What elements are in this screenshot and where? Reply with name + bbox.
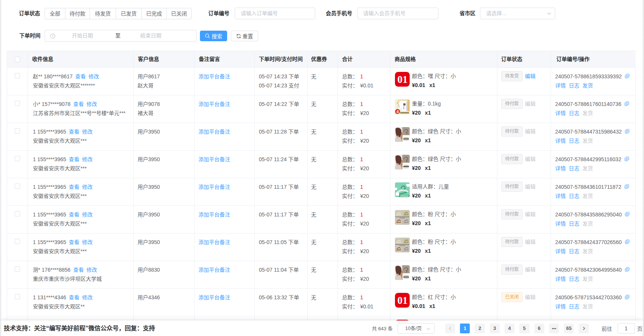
svg-text:4: 4 bbox=[396, 109, 399, 114]
svg-text:01: 01 bbox=[398, 74, 408, 85]
svg-text:01: 01 bbox=[398, 295, 408, 306]
